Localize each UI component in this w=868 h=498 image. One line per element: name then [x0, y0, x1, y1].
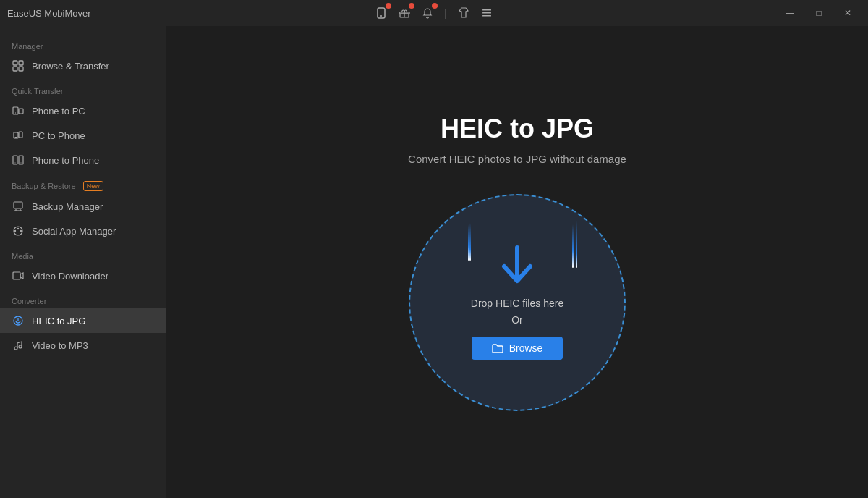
sidebar-item-label: Social App Manager: [32, 226, 116, 237]
drop-zone[interactable]: Drop HEIC files here Or Browse: [409, 194, 626, 411]
sidebar-item-label: Video to MP3: [32, 340, 88, 351]
backup-icon: [12, 200, 25, 213]
section-label-manager: Manager: [0, 33, 166, 54]
sidebar-item-phone-to-pc[interactable]: Phone to PC: [0, 98, 166, 123]
svg-rect-4: [482, 9, 491, 11]
sidebar-item-label: Phone to PC: [32, 106, 85, 117]
drop-text: Drop HEIC files here Or: [471, 295, 563, 328]
section-label-media: Media: [0, 243, 166, 263]
drop-line-right: [576, 221, 577, 268]
sidebar-item-video-downloader[interactable]: Video Downloader: [0, 263, 166, 288]
sidebar-item-label: Browse & Transfer: [32, 61, 109, 72]
titlebar: EaseUS MobiMover: [0, 0, 868, 26]
sidebar-item-pc-to-phone[interactable]: PC to Phone: [0, 123, 166, 148]
drop-arrow-icon: [498, 245, 536, 287]
titlebar-icons: |: [373, 5, 495, 21]
pc-phone-icon: [12, 129, 25, 142]
page-title: HEIC to JPG: [441, 114, 594, 144]
close-button[interactable]: ✕: [835, 0, 861, 26]
sidebar-item-label: Backup Manager: [32, 201, 103, 212]
bell-icon[interactable]: [420, 5, 435, 21]
svg-point-19: [14, 230, 16, 232]
phone-pc-icon: [12, 104, 25, 117]
svg-rect-22: [13, 272, 20, 279]
svg-point-24: [14, 347, 17, 350]
svg-rect-14: [19, 132, 22, 138]
minimize-button[interactable]: —: [777, 0, 803, 26]
svg-rect-12: [19, 109, 23, 114]
content-area: HEIC to JPG Convert HEIC photos to JPG w…: [166, 26, 868, 498]
new-badge: New: [83, 181, 103, 191]
sidebar-item-label: PC to Phone: [32, 130, 85, 141]
svg-point-1: [380, 15, 382, 17]
page-subtitle: Convert HEIC photos to JPG without damag…: [408, 153, 626, 165]
maximize-button[interactable]: □: [806, 0, 832, 26]
phone-phone-icon: [12, 153, 25, 166]
svg-rect-5: [482, 12, 491, 14]
svg-point-25: [19, 345, 22, 348]
grid-icon: [12, 59, 25, 72]
folder-icon: [492, 342, 503, 354]
sidebar: Manager Browse & Transfer Quick Transfer: [0, 26, 166, 498]
browse-button[interactable]: Browse: [472, 337, 563, 360]
svg-rect-7: [13, 61, 17, 65]
svg-rect-17: [14, 202, 22, 208]
social-icon: [12, 224, 25, 237]
drop-line-left: [469, 223, 471, 261]
video-icon: [12, 269, 25, 282]
sidebar-item-label: Video Downloader: [32, 271, 109, 282]
sidebar-item-label: HEIC to JPG: [32, 316, 85, 326]
app-title: EaseUS MobiMover: [7, 8, 91, 19]
sidebar-item-label: Phone to Phone: [32, 155, 99, 166]
shirt-icon[interactable]: [456, 5, 472, 21]
section-label-converter: Converter: [0, 288, 166, 308]
sidebar-item-video-to-mp3[interactable]: Video to MP3: [0, 333, 166, 358]
titlebar-controls: — □ ✕: [777, 0, 861, 26]
section-label-quick-transfer: Quick Transfer: [0, 78, 166, 98]
main-layout: Manager Browse & Transfer Quick Transfer: [0, 26, 868, 498]
mobile-icon[interactable]: [373, 5, 389, 21]
titlebar-left: EaseUS MobiMover: [7, 8, 91, 19]
svg-rect-8: [19, 61, 23, 65]
sidebar-item-backup-manager[interactable]: Backup Manager: [0, 194, 166, 219]
dropdown-icon[interactable]: [479, 5, 495, 21]
separator: |: [443, 7, 448, 19]
sidebar-item-social-app-manager[interactable]: Social App Manager: [0, 219, 166, 243]
svg-rect-6: [482, 15, 491, 17]
svg-point-20: [17, 228, 19, 229]
mp3-icon: [12, 339, 25, 352]
sidebar-item-phone-to-phone[interactable]: Phone to Phone: [0, 148, 166, 172]
gift-icon[interactable]: [396, 5, 412, 21]
svg-rect-9: [13, 67, 17, 71]
heic-icon: [12, 314, 25, 327]
sidebar-item-browse-transfer[interactable]: Browse & Transfer: [0, 54, 166, 78]
section-label-backup: Backup & Restore New: [0, 172, 166, 194]
sidebar-item-heic-to-jpg[interactable]: HEIC to JPG: [0, 308, 166, 333]
svg-rect-10: [19, 67, 23, 71]
svg-point-21: [20, 230, 22, 232]
